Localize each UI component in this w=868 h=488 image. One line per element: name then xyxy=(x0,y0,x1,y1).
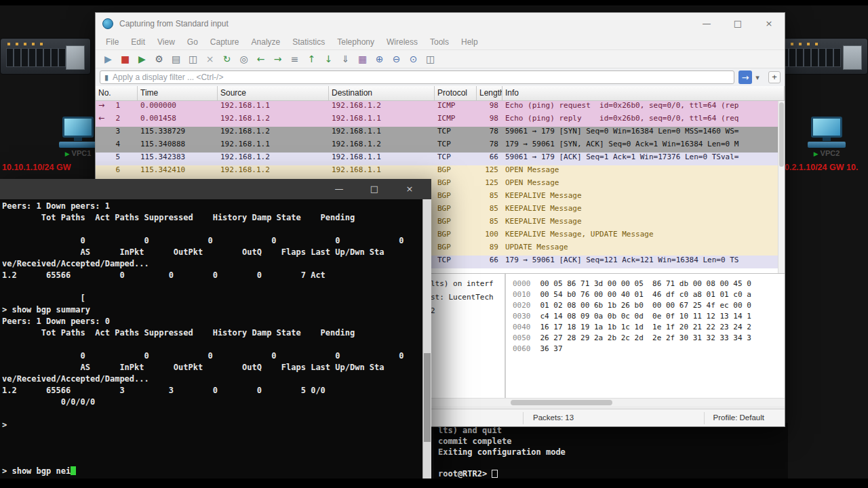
go-to-packet-icon[interactable]: ≡ xyxy=(287,52,302,66)
menu-item[interactable]: Help xyxy=(455,36,484,48)
terminal-line: AS InPkt OutPkt OutQ Flaps Last Up/Dwn S… xyxy=(2,363,420,374)
resize-columns-icon[interactable]: ◫ xyxy=(422,52,438,66)
apply-filter-button[interactable]: → xyxy=(738,70,752,84)
menu-item[interactable]: Edit xyxy=(125,36,151,48)
screen: ▶ VPC1 ▶ VPC2 10.10.1.10/24 GW 10.2.1.10… xyxy=(0,0,868,488)
scrollbar-thumb[interactable] xyxy=(779,102,784,167)
zoom-100-icon[interactable]: ⊙ xyxy=(406,52,421,66)
zoom-in-icon[interactable]: ⊕ xyxy=(372,52,387,66)
packet-row[interactable]: 6 115.342410 192.168.1.2 192.168.1.1 BGP… xyxy=(96,165,785,178)
find-packet-icon[interactable]: ◎ xyxy=(236,52,252,66)
hex-bytes: 01 02 08 00 6b 1b 26 b0 00 00 67 25 4f e… xyxy=(540,301,751,310)
scrollbar-thumb[interactable] xyxy=(424,353,431,443)
column-info[interactable]: Info xyxy=(502,86,785,100)
auto-scroll-icon[interactable]: ⇓ xyxy=(338,52,353,66)
menu-item[interactable]: Telephony xyxy=(331,36,380,48)
vpc1-node[interactable]: ▶ VPC1 xyxy=(57,117,99,157)
open-file-icon[interactable]: ▤ xyxy=(168,52,184,66)
window-title: Capturing from Standard input xyxy=(119,19,229,28)
packet-list-scrollbar[interactable] xyxy=(778,101,785,273)
go-top-icon[interactable]: ↑ xyxy=(304,52,319,66)
capture-options-icon[interactable]: ⚙ xyxy=(151,52,167,66)
menu-item[interactable]: Capture xyxy=(204,36,245,48)
cell-protocol: TCP xyxy=(435,152,477,165)
hex-row[interactable]: 001000 54 b0 76 00 00 40 01 46 df c0 a8 … xyxy=(513,290,785,301)
maximize-button[interactable]: □ xyxy=(722,13,753,35)
go-back-icon[interactable]: ← xyxy=(253,52,269,66)
column-length[interactable]: Length xyxy=(477,86,502,100)
terminal-title-bar[interactable]: — □ × xyxy=(0,179,431,199)
colorize-icon[interactable]: ▦ xyxy=(355,52,370,66)
go-bottom-icon[interactable]: ↓ xyxy=(321,52,336,66)
close-file-icon[interactable]: × xyxy=(202,52,218,66)
reload-icon[interactable]: ↻ xyxy=(219,52,235,66)
column-source[interactable]: Source xyxy=(218,86,329,100)
terminal-scrollbar[interactable] xyxy=(422,199,431,479)
menu-item[interactable]: View xyxy=(151,36,181,48)
start-capture-icon[interactable]: ▶ xyxy=(100,52,116,66)
hex-bytes: 00 05 86 71 3d 00 00 05 86 71 db 00 08 0… xyxy=(540,279,751,288)
window-controls: — □ × xyxy=(321,179,431,199)
vpc2-node[interactable]: ▶ VPC2 xyxy=(806,117,848,157)
hex-offset: 0020 xyxy=(513,301,531,310)
terminal-rtr2-lines: lts) and quitcommit completeExiting conf… xyxy=(438,426,788,469)
restart-capture-icon[interactable]: ▶ xyxy=(134,52,150,66)
filter-dropdown-caret[interactable]: ▾ xyxy=(752,70,763,84)
scrollbar-thumb[interactable] xyxy=(511,400,612,405)
menu-item[interactable]: Tools xyxy=(424,36,455,48)
terminal-rtr2[interactable]: lts) and quitcommit completeExiting conf… xyxy=(434,423,788,480)
display-filter-input[interactable] xyxy=(113,73,730,82)
hex-row[interactable]: 005026 27 28 29 2a 2b 2c 2d 2e 2f 30 31 … xyxy=(513,333,785,344)
packet-row[interactable]: 5 115.342383 192.168.1.2 192.168.1.1 TCP… xyxy=(96,152,785,165)
minimize-button[interactable]: — xyxy=(691,13,722,35)
packet-row[interactable]: 3 115.338729 192.168.1.2 192.168.1.1 TCP… xyxy=(96,127,785,140)
hex-row[interactable]: 004016 17 18 19 1a 1b 1c 1d 1e 1f 20 21 … xyxy=(513,323,785,333)
terminal-line: 1.2 65566 3 3 0 0 5 0/0 xyxy=(2,386,420,397)
router-device-left[interactable] xyxy=(0,38,91,75)
column-time[interactable]: Time xyxy=(138,86,218,100)
save-file-icon[interactable]: ◫ xyxy=(185,52,201,66)
terminal-line xyxy=(2,224,420,236)
go-forward-icon[interactable]: → xyxy=(270,52,285,66)
packet-row[interactable]: →1 0.000000 192.168.1.1 192.168.1.2 ICMP… xyxy=(96,101,785,114)
bookmark-icon[interactable]: ▮ xyxy=(104,73,108,82)
menu-item[interactable]: File xyxy=(100,36,125,48)
hex-dump-pane[interactable]: 000000 05 86 71 3d 00 00 05 86 71 db 00 … xyxy=(506,274,785,398)
column-protocol[interactable]: Protocol xyxy=(435,86,477,100)
minimize-button[interactable]: — xyxy=(321,179,357,199)
hex-row[interactable]: 006036 37 xyxy=(513,344,785,355)
terminal-body[interactable]: Peers: 1 Down peers: 1 Tot Paths Act Pat… xyxy=(0,199,431,479)
menu-item[interactable]: Statistics xyxy=(286,36,331,48)
add-filter-button[interactable]: + xyxy=(768,71,781,83)
filter-field[interactable]: ▮ xyxy=(100,70,734,84)
cell-destination: 192.168.1.2 xyxy=(329,140,435,152)
column-no[interactable]: No. xyxy=(96,86,138,100)
direction-icon: → xyxy=(98,101,104,114)
zoom-out-icon[interactable]: ⊖ xyxy=(389,52,404,66)
menu-item[interactable]: Analyze xyxy=(245,36,287,48)
menu-item[interactable]: Wireless xyxy=(380,36,424,48)
close-button[interactable]: × xyxy=(392,179,427,199)
cell-info: OPEN Message xyxy=(502,178,785,191)
menu-item[interactable]: Go xyxy=(181,36,204,48)
packet-row[interactable]: 4 115.340888 192.168.1.1 192.168.1.2 TCP… xyxy=(96,140,785,152)
title-bar[interactable]: Capturing from Standard input — □ × xyxy=(96,13,785,35)
profile-label[interactable]: Profile: Default xyxy=(713,413,764,422)
terminal-prompt-line: > show bgp nei xyxy=(2,466,420,478)
hex-row[interactable]: 0030c4 14 08 09 0a 0b 0c 0d 0e 0f 10 11 … xyxy=(513,312,785,323)
vpc-keyboard xyxy=(59,142,97,148)
packet-row[interactable]: ←2 0.001458 192.168.1.2 192.168.1.1 ICMP… xyxy=(96,114,785,127)
router-device-right[interactable] xyxy=(775,38,868,75)
close-button[interactable]: × xyxy=(753,13,785,35)
hex-bytes: 26 27 28 29 2a 2b 2c 2d 2e 2f 30 31 32 3… xyxy=(540,333,751,342)
terminal-line: Peers: 1 Down peers: 0 xyxy=(2,317,420,328)
terminal-line: Tot Paths Act Paths Suppressed History D… xyxy=(2,213,420,224)
stop-capture-icon[interactable]: ■ xyxy=(117,52,133,66)
hex-row[interactable]: 002001 02 08 00 6b 1b 26 b0 00 00 67 25 … xyxy=(513,301,785,312)
hex-row[interactable]: 000000 05 86 71 3d 00 00 05 86 71 db 00 … xyxy=(513,279,785,290)
column-destination[interactable]: Destination xyxy=(329,86,435,100)
cell-protocol: BGP xyxy=(435,178,477,191)
terminal-lines: Peers: 1 Down peers: 1 Tot Paths Act Pat… xyxy=(2,201,420,466)
terminal-line: 0 0 0 0 0 0 xyxy=(2,351,420,363)
maximize-button[interactable]: □ xyxy=(357,179,392,199)
